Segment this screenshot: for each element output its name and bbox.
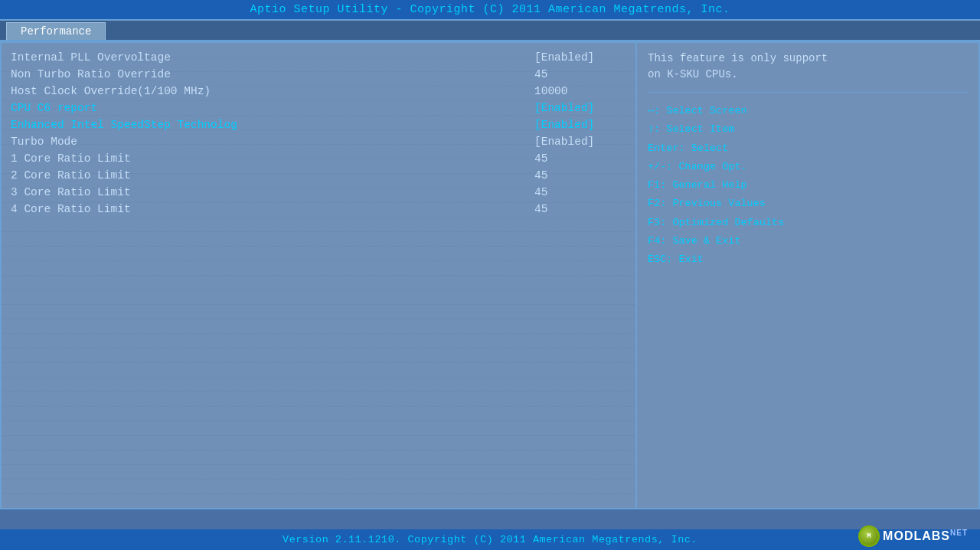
bios-item-label-3: CPU C6 report — [11, 102, 97, 114]
header-bar: Aptio Setup Utility - Copyright (C) 2011… — [0, 0, 980, 21]
bios-item-2[interactable]: Host Clock Override(1/100 MHz)10000 — [11, 83, 626, 100]
key-help-section: ↔: Select Screen↕: Select ItemEnter: Sel… — [648, 102, 968, 270]
bios-item-value-3: [Enabled] — [534, 102, 626, 114]
header-title: Aptio Setup Utility - Copyright (C) 2011… — [250, 3, 730, 16]
bios-item-9[interactable]: 4 Core Ratio Limit45 — [11, 201, 626, 218]
bios-item-value-5: [Enabled] — [534, 136, 626, 148]
bios-item-7[interactable]: 2 Core Ratio Limit45 — [11, 167, 626, 184]
bios-item-label-9: 4 Core Ratio Limit — [11, 203, 131, 215]
bios-item-label-5: Turbo Mode — [11, 136, 77, 148]
bios-item-value-7: 45 — [534, 169, 626, 182]
bios-item-1[interactable]: Non Turbo Ratio Override45 — [11, 66, 626, 83]
modlabs-text: MODLABSNET — [883, 529, 968, 543]
bios-item-value-1: 45 — [534, 68, 626, 80]
tab-row: Performance — [0, 21, 980, 41]
bios-item-value-2: 10000 — [534, 85, 626, 97]
bios-item-label-6: 1 Core Ratio Limit — [11, 152, 131, 165]
bios-item-value-0: [Enabled] — [534, 51, 626, 64]
bios-item-value-4: [Enabled] — [534, 119, 626, 131]
modlabs-logo: M MODLABSNET — [858, 525, 968, 547]
key-help-item-5: F2: Previous Values — [648, 195, 968, 213]
right-panel: This feature is only support on K-SKU CP… — [637, 43, 978, 508]
bios-item-4[interactable]: Enhanced Intel SpeedStep Technolog[Enabl… — [11, 116, 626, 133]
key-help-item-7: F4: Save & Exit — [648, 232, 968, 250]
bios-item-value-8: 45 — [534, 186, 626, 198]
tab-performance[interactable]: Performance — [6, 22, 106, 40]
modlabs-circle-icon: M — [858, 525, 880, 547]
footer-text: Version 2.11.1210. Copyright (C) 2011 Am… — [283, 534, 697, 545]
key-help-item-0: ↔: Select Screen — [648, 102, 968, 120]
key-help-item-2: Enter: Select — [648, 139, 968, 158]
bios-item-label-8: 3 Core Ratio Limit — [11, 186, 131, 198]
footer-bar: Version 2.11.1210. Copyright (C) 2011 Am… — [0, 529, 980, 550]
main-content: Internal PLL Overvoltage[Enabled]Non Tur… — [0, 41, 980, 509]
bios-item-label-7: 2 Core Ratio Limit — [11, 169, 131, 182]
left-panel: Internal PLL Overvoltage[Enabled]Non Tur… — [2, 43, 637, 508]
bios-item-label-1: Non Turbo Ratio Override — [11, 68, 171, 80]
key-help-item-1: ↕: Select Item — [648, 120, 968, 139]
key-help-item-3: +/-: Change Opt. — [648, 158, 968, 176]
key-help-item-8: ESC: Exit — [648, 250, 968, 269]
bios-item-5[interactable]: Turbo Mode[Enabled] — [11, 133, 626, 150]
bios-item-label-0: Internal PLL Overvoltage — [11, 51, 171, 64]
key-help-item-6: F3: Optimized Defaults — [648, 214, 968, 232]
bios-item-0[interactable]: Internal PLL Overvoltage[Enabled] — [11, 49, 626, 66]
key-help-item-4: F1: General Help — [648, 176, 968, 195]
bios-item-value-9: 45 — [534, 203, 626, 215]
bios-item-6[interactable]: 1 Core Ratio Limit45 — [11, 150, 626, 167]
bios-item-label-2: Host Clock Override(1/100 MHz) — [11, 85, 211, 97]
bios-item-value-6: 45 — [534, 152, 626, 165]
help-text: This feature is only support on K-SKU CP… — [648, 51, 968, 83]
divider — [648, 92, 968, 93]
bios-item-8[interactable]: 3 Core Ratio Limit45 — [11, 184, 626, 201]
bios-item-label-4: Enhanced Intel SpeedStep Technolog — [11, 119, 237, 131]
bios-item-3[interactable]: CPU C6 report[Enabled] — [11, 100, 626, 116]
